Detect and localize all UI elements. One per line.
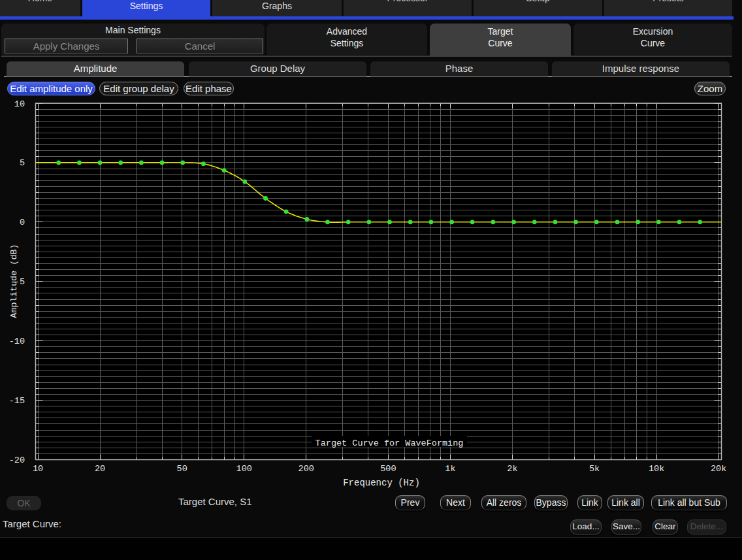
svg-text:-15: -15 xyxy=(9,396,25,406)
svg-text:20k: 20k xyxy=(711,464,726,474)
svg-text:0: 0 xyxy=(20,218,25,227)
svg-text:500: 500 xyxy=(380,464,396,474)
svg-text:200: 200 xyxy=(298,464,314,474)
svg-text:-10: -10 xyxy=(9,337,25,346)
svg-text:10k: 10k xyxy=(649,464,664,474)
svg-text:10: 10 xyxy=(14,99,25,109)
svg-text:Frequency (Hz): Frequency (Hz) xyxy=(343,478,420,488)
svg-text:Amplitude (dB): Amplitude (dB) xyxy=(9,244,19,318)
svg-text:5: 5 xyxy=(20,158,25,168)
svg-text:Target Curve for WaveForming: Target Curve for WaveForming xyxy=(315,438,464,448)
svg-text:-20: -20 xyxy=(9,455,25,465)
svg-text:2k: 2k xyxy=(507,464,517,474)
svg-text:5k: 5k xyxy=(589,464,600,474)
svg-text:10: 10 xyxy=(33,464,43,474)
svg-text:50: 50 xyxy=(177,464,187,474)
svg-text:100: 100 xyxy=(236,464,252,474)
svg-text:20: 20 xyxy=(95,464,105,474)
svg-text:1k: 1k xyxy=(445,464,455,474)
